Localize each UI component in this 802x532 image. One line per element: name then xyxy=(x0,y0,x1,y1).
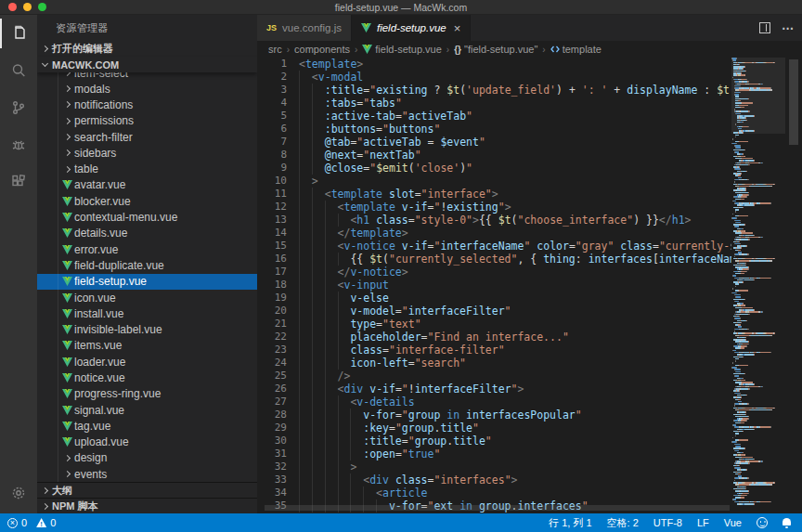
code-line-3[interactable]: 3 :title="existing ? $t('update_field') … xyxy=(257,84,731,97)
status-item[interactable]: 空格: 2 xyxy=(607,516,639,530)
code-line-24[interactable]: 24 icon-left="search" xyxy=(257,357,731,370)
close-tab-icon[interactable]: × xyxy=(454,22,461,34)
minimap[interactable] xyxy=(731,58,785,513)
tree-item-invisible-label.vue[interactable]: invisible-label.vue xyxy=(37,321,257,337)
tree-item-error.vue[interactable]: error.vue xyxy=(37,241,257,257)
tree-item-avatar.vue[interactable]: avatar.vue xyxy=(37,177,257,193)
code-line-28[interactable]: 28 v-for="group in interfacesPopular" xyxy=(257,409,731,422)
code-line-34[interactable]: 34 <article xyxy=(257,487,731,500)
tree-item-field-duplicate.vue[interactable]: field-duplicate.vue xyxy=(37,257,257,273)
split-editor-icon[interactable] xyxy=(759,22,770,33)
tree-item-upload.vue[interactable]: upload.vue xyxy=(37,435,257,450)
code-line-32[interactable]: 32 > xyxy=(257,461,731,474)
code-line-27[interactable]: 27 <v-details xyxy=(257,396,731,409)
code-line-29[interactable]: 29 :key="group.title" xyxy=(257,422,731,435)
explorer-icon[interactable] xyxy=(0,15,37,52)
code-line-14[interactable]: 14 </template> xyxy=(257,227,731,240)
notifications-bell-icon[interactable] xyxy=(783,520,791,526)
code-line-13[interactable]: 13 <h1 class="style-0">{{ $t("choose_int… xyxy=(257,214,731,227)
code-line-11[interactable]: 11 <template slot="interface"> xyxy=(257,188,731,201)
project-root-section[interactable]: MACWK.COM xyxy=(37,57,257,72)
status-item[interactable]: 行 1, 列 1 xyxy=(549,516,591,530)
settings-gear-icon[interactable] xyxy=(0,474,37,512)
code-line-7[interactable]: 7 @tab="activeTab = $event" xyxy=(257,136,731,149)
code-line-1[interactable]: 1<template> xyxy=(257,58,731,71)
code-line-5[interactable]: 5 :active-tab="activeTab" xyxy=(257,110,731,123)
code-line-10[interactable]: 10 > xyxy=(257,175,731,188)
tree-item-events[interactable]: events xyxy=(37,466,257,482)
code-line-4[interactable]: 4 :tabs="tabs" xyxy=(257,97,731,110)
tab-field-setup.vue[interactable]: field-setup.vue× xyxy=(352,15,471,41)
line-number: 27 xyxy=(257,396,299,409)
extensions-icon[interactable] xyxy=(0,163,37,201)
tree-item-search-filter[interactable]: search-filter xyxy=(37,129,257,145)
source-control-icon[interactable] xyxy=(0,89,37,126)
status-warning-count[interactable]: !0 xyxy=(36,517,56,528)
more-actions-icon[interactable]: ⋯ xyxy=(782,22,795,34)
code-line-15[interactable]: 15 <v-notice v-if="interfaceName" color=… xyxy=(257,240,731,253)
tree-item-install.vue[interactable]: install.vue xyxy=(37,305,257,321)
breadcrumb-item-4[interactable]: {}"field-setup.vue" xyxy=(454,44,537,55)
code-line-31[interactable]: 31 :open="true" xyxy=(257,448,731,461)
breadcrumb-item-1[interactable]: src xyxy=(268,44,282,55)
tree-item-loader.vue[interactable]: loader.vue xyxy=(37,354,257,370)
breadcrumb-item-3[interactable]: field-setup.vue xyxy=(362,44,442,55)
tree-item-icon.vue[interactable]: icon.vue xyxy=(37,290,257,305)
tree-item-field-setup.vue[interactable]: field-setup.vue xyxy=(37,274,257,290)
npm-scripts-section[interactable]: NPM 脚本 xyxy=(37,498,257,513)
vertical-scrollbar[interactable] xyxy=(785,58,802,513)
search-icon[interactable] xyxy=(0,52,37,89)
tree-item-notice.vue[interactable]: notice.vue xyxy=(37,370,257,385)
maximize-window-button[interactable] xyxy=(38,3,46,11)
code-line-17[interactable]: 17 </v-notice> xyxy=(257,266,731,279)
sidebar-title: 资源管理器 xyxy=(37,15,257,41)
tree-item-permissions[interactable]: permissions xyxy=(37,113,257,129)
status-item[interactable]: LF xyxy=(697,517,709,528)
code-line-26[interactable]: 26 <div v-if="!interfaceFilter"> xyxy=(257,383,731,396)
code-line-18[interactable]: 18 <v-input xyxy=(257,279,731,292)
tree-item-contextual-menu.vue[interactable]: contextual-menu.vue xyxy=(37,209,257,225)
tree-item-sidebars[interactable]: sidebars xyxy=(37,145,257,161)
code-line-22[interactable]: 22 placeholder="Find an interface..." xyxy=(257,331,731,344)
code-line-8[interactable]: 8 @next="nextTab" xyxy=(257,149,731,162)
code-line-33[interactable]: 33 <div class="interfaces"> xyxy=(257,474,731,487)
tab-vue.config.js[interactable]: JSvue.config.js xyxy=(257,15,352,41)
tree-item-table[interactable]: table xyxy=(37,161,257,176)
status-item[interactable]: Vue xyxy=(724,517,742,528)
tree-item-signal.vue[interactable]: signal.vue xyxy=(37,402,257,418)
code-line-6[interactable]: 6 :buttons="buttons" xyxy=(257,123,731,136)
open-editors-section[interactable]: 打开的编辑器 xyxy=(37,41,257,57)
close-window-button[interactable] xyxy=(8,3,17,11)
tree-item-tag.vue[interactable]: tag.vue xyxy=(37,418,257,434)
tree-item-design[interactable]: design xyxy=(37,450,257,466)
tree-item-modals[interactable]: modals xyxy=(37,81,257,97)
tree-item-notifications[interactable]: notifications xyxy=(37,97,257,112)
breadcrumb-item-2[interactable]: components xyxy=(294,44,350,55)
feedback-smiley-icon[interactable] xyxy=(757,517,768,528)
code-line-9[interactable]: 9 @close="$emit('close')" xyxy=(257,162,731,175)
code-line-12[interactable]: 12 <template v-if="!existing"> xyxy=(257,201,731,214)
status-error-count[interactable]: ×0 xyxy=(7,517,27,528)
code-line-21[interactable]: 21 type="text" xyxy=(257,318,731,331)
code-line-25[interactable]: 25 /> xyxy=(257,370,731,383)
horizontal-scrollbar[interactable] xyxy=(265,505,730,511)
code-editor[interactable]: 1<template>2 <v-modal3 :title="existing … xyxy=(257,58,731,513)
code-line-16[interactable]: 16 {{ $t("currently_selected", { thing: … xyxy=(257,253,731,266)
code-line-2[interactable]: 2 <v-modal xyxy=(257,71,731,84)
tree-item-details.vue[interactable]: details.vue xyxy=(37,226,257,241)
tree-item-blocker.vue[interactable]: blocker.vue xyxy=(37,193,257,209)
code-line-20[interactable]: 20 v-model="interfaceFilter" xyxy=(257,305,731,318)
tree-item-progress-ring.vue[interactable]: progress-ring.vue xyxy=(37,386,257,402)
scrollbar-slider[interactable] xyxy=(789,59,798,145)
code-line-30[interactable]: 30 :title="group.title" xyxy=(257,435,731,448)
debug-icon[interactable] xyxy=(0,126,37,163)
code-line-23[interactable]: 23 class="interface-filter" xyxy=(257,344,731,357)
code-line-19[interactable]: 19 v-else xyxy=(257,292,731,305)
outline-section[interactable]: 大纲 xyxy=(37,482,257,498)
status-item[interactable]: UTF-8 xyxy=(653,517,682,528)
tree-item-items.vue[interactable]: items.vue xyxy=(37,338,257,354)
breadcrumb-item-5[interactable]: template xyxy=(550,44,602,55)
line-number: 3 xyxy=(257,84,299,97)
minimize-window-button[interactable] xyxy=(23,3,32,11)
tree-item-item-select[interactable]: item-select xyxy=(37,72,257,81)
